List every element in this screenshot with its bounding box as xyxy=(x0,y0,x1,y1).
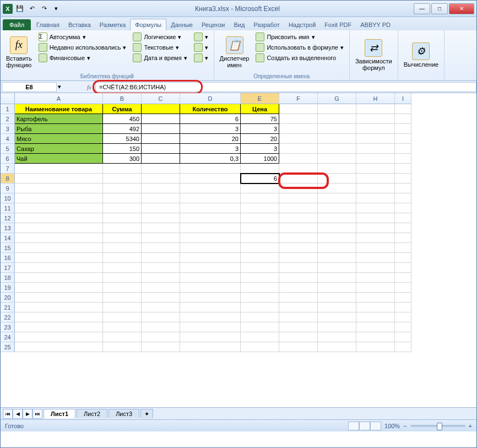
cell[interactable] xyxy=(279,253,318,263)
cell[interactable] xyxy=(318,322,356,332)
name-box[interactable]: E8 xyxy=(2,82,57,92)
cell[interactable] xyxy=(356,203,395,213)
cell[interactable] xyxy=(356,164,395,174)
cell[interactable] xyxy=(15,332,103,342)
cell[interactable] xyxy=(15,243,103,253)
fx-icon[interactable]: fx xyxy=(83,84,95,90)
cell[interactable] xyxy=(103,203,142,213)
cell[interactable] xyxy=(395,293,411,303)
cell[interactable]: Рыба xyxy=(15,124,103,134)
cell[interactable] xyxy=(241,203,279,213)
cell[interactable] xyxy=(395,164,411,174)
cell[interactable] xyxy=(180,342,241,352)
cell[interactable] xyxy=(15,293,103,303)
close-button[interactable]: ✕ xyxy=(449,3,474,14)
tab-insert[interactable]: Вставка xyxy=(64,19,95,30)
col-header-B[interactable]: B xyxy=(103,93,142,104)
cell[interactable] xyxy=(241,293,279,303)
row-header[interactable]: 3 xyxy=(1,124,15,134)
cell[interactable] xyxy=(142,312,180,322)
col-header-C[interactable]: C xyxy=(142,93,180,104)
cell[interactable] xyxy=(15,223,103,233)
cell[interactable]: 5340 xyxy=(103,134,142,144)
cell[interactable] xyxy=(356,243,395,253)
cell[interactable] xyxy=(103,332,142,342)
tab-developer[interactable]: Разработ xyxy=(249,19,284,30)
cell[interactable] xyxy=(103,322,142,332)
tab-layout[interactable]: Разметка xyxy=(95,19,131,30)
cell[interactable] xyxy=(103,223,142,233)
cell[interactable] xyxy=(180,332,241,342)
view-normal-icon[interactable] xyxy=(348,422,359,430)
cell[interactable] xyxy=(395,322,411,332)
cell[interactable] xyxy=(318,293,356,303)
cell[interactable] xyxy=(318,253,356,263)
row-header[interactable]: 25 xyxy=(1,342,15,352)
cell[interactable]: 6 xyxy=(180,114,241,124)
cell[interactable] xyxy=(279,283,318,293)
cell[interactable] xyxy=(142,322,180,332)
cell[interactable] xyxy=(180,303,241,312)
row-header[interactable]: 10 xyxy=(1,193,15,203)
cell[interactable] xyxy=(318,183,356,193)
cell[interactable]: Сумма xyxy=(103,104,142,114)
lookup-button[interactable]: ▾ xyxy=(192,32,210,42)
cell[interactable] xyxy=(15,322,103,332)
cell[interactable] xyxy=(103,293,142,303)
cell[interactable] xyxy=(142,253,180,263)
cell[interactable] xyxy=(15,233,103,243)
cell[interactable] xyxy=(279,312,318,322)
cell[interactable] xyxy=(395,243,411,253)
col-header-A[interactable]: A xyxy=(15,93,103,104)
cell[interactable] xyxy=(318,303,356,312)
cell[interactable] xyxy=(180,164,241,174)
cell[interactable] xyxy=(180,193,241,203)
cell[interactable] xyxy=(103,193,142,203)
cell[interactable] xyxy=(142,283,180,293)
row-header[interactable]: 24 xyxy=(1,332,15,342)
row-header[interactable]: 18 xyxy=(1,273,15,283)
cell[interactable] xyxy=(395,183,411,193)
cell[interactable] xyxy=(395,114,411,124)
row-header[interactable]: 4 xyxy=(1,134,15,144)
cell[interactable]: 3 xyxy=(180,144,241,154)
cell[interactable] xyxy=(279,203,318,213)
cell[interactable] xyxy=(356,134,395,144)
cell[interactable] xyxy=(241,223,279,233)
cell[interactable]: 3 xyxy=(241,124,279,134)
cell[interactable]: 0,3 xyxy=(180,154,241,164)
cell[interactable] xyxy=(180,253,241,263)
tab-review[interactable]: Рецензи xyxy=(197,19,230,30)
row-header[interactable]: 6 xyxy=(1,154,15,164)
cell[interactable] xyxy=(279,263,318,273)
cell[interactable] xyxy=(279,193,318,203)
cell[interactable] xyxy=(279,104,318,114)
cell[interactable] xyxy=(142,144,180,154)
cell[interactable] xyxy=(356,233,395,243)
cell[interactable] xyxy=(279,322,318,332)
date-button[interactable]: Дата и время ▾ xyxy=(131,53,189,63)
more-button[interactable]: ▾ xyxy=(192,53,210,63)
cell[interactable]: 20 xyxy=(180,134,241,144)
cell[interactable] xyxy=(103,273,142,283)
cell[interactable] xyxy=(395,332,411,342)
cell[interactable] xyxy=(142,154,180,164)
cell[interactable] xyxy=(15,183,103,193)
sheet-prev-icon[interactable]: ◀ xyxy=(13,409,23,419)
cell[interactable] xyxy=(356,144,395,154)
cell[interactable] xyxy=(356,263,395,273)
cell[interactable] xyxy=(356,213,395,223)
cell[interactable]: 492 xyxy=(103,124,142,134)
cell[interactable] xyxy=(142,332,180,342)
cell[interactable]: 20 xyxy=(241,134,279,144)
cell[interactable]: 3 xyxy=(180,124,241,134)
cell[interactable] xyxy=(180,183,241,193)
name-manager-button[interactable]: 📋 Диспетчер имен xyxy=(218,32,252,72)
row-header[interactable]: 7 xyxy=(1,164,15,174)
view-pagebreak-icon[interactable] xyxy=(370,422,381,430)
cell[interactable] xyxy=(356,332,395,342)
cell[interactable]: 300 xyxy=(103,154,142,164)
col-header-H[interactable]: H xyxy=(356,93,395,104)
cell[interactable] xyxy=(395,193,411,203)
cell[interactable] xyxy=(15,303,103,312)
